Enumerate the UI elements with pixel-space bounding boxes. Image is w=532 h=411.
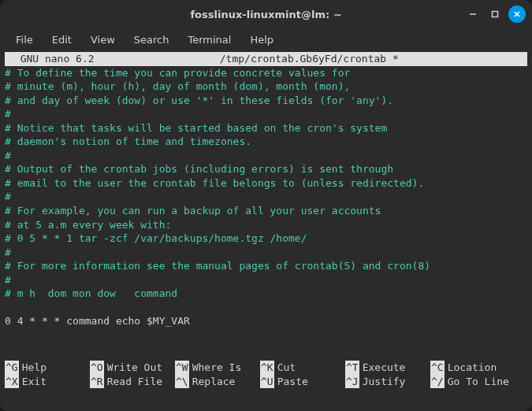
shortcut-whereis: ^WWhere Is — [175, 361, 260, 375]
menu-help[interactable]: Help — [240, 31, 283, 49]
key-label: ^\ — [175, 375, 189, 389]
nano-header: GNU nano 6.2 /tmp/crontab.Gb6yFd/crontab… — [5, 52, 527, 66]
key-desc: Location — [445, 361, 497, 375]
close-icon — [513, 10, 521, 18]
editor-line — [5, 301, 527, 315]
key-desc: Read File — [104, 375, 162, 389]
shortcut-justify: ^JJustify — [345, 375, 430, 389]
svg-rect-1 — [493, 12, 498, 17]
menu-terminal[interactable]: Terminal — [178, 31, 240, 49]
key-label: ^X — [5, 375, 19, 389]
terminal-area[interactable]: GNU nano 6.2 /tmp/crontab.Gb6yFd/crontab… — [0, 50, 532, 411]
key-label: ^U — [260, 375, 274, 389]
editor-line: 0 4 * * * command echo $MY_VAR — [5, 314, 527, 328]
editor-line: # For example, you can run a backup of a… — [5, 204, 527, 218]
nano-shortcuts: ^GHelp ^OWrite Out ^WWhere Is ^KCut ^TEx… — [5, 361, 527, 388]
menu-edit[interactable]: Edit — [43, 31, 81, 49]
menubar: File Edit View Search Terminal Help — [0, 28, 532, 50]
editor-line: # and day of week (dow) or use '*' in th… — [5, 94, 527, 108]
close-button[interactable] — [508, 6, 526, 23]
shortcuts-row-2: ^XExit ^RRead File ^\Replace ^UPaste ^JJ… — [5, 375, 527, 389]
menu-view[interactable]: View — [81, 31, 125, 49]
key-desc: Paste — [274, 375, 308, 389]
editor-line: # at 5 a.m every week with: — [5, 218, 527, 232]
terminal-window: fosslinux-linuxmint@lm: ~ File Edit View… — [0, 0, 532, 411]
maximize-button[interactable] — [486, 6, 504, 23]
editor-line: # email to the user the crontab file bel… — [5, 176, 527, 191]
shortcut-replace: ^\Replace — [175, 375, 260, 389]
titlebar: fosslinux-linuxmint@lm: ~ — [0, 0, 532, 28]
key-desc: Write Out — [104, 361, 162, 375]
editor-line — [5, 342, 527, 356]
key-desc: Replace — [189, 375, 236, 389]
key-label: ^C — [430, 361, 445, 375]
editor-line: # — [5, 107, 527, 121]
editor-line: # minute (m), hour (h), day of month (do… — [5, 80, 527, 94]
key-label: ^G — [5, 361, 19, 375]
shortcut-paste: ^UPaste — [260, 375, 345, 389]
key-desc: Help — [19, 361, 47, 375]
window-controls — [464, 6, 526, 23]
shortcut-cut: ^KCut — [260, 361, 345, 375]
key-desc: Where Is — [189, 361, 242, 375]
nano-filepath: /tmp/crontab.Gb6yFd/crontab * — [95, 52, 524, 66]
key-label: ^/ — [430, 375, 445, 389]
key-desc: Justify — [359, 375, 406, 389]
nano-version: GNU nano 6.2 — [8, 52, 95, 66]
editor-line: # — [5, 246, 527, 260]
key-desc: Go To Line — [445, 375, 509, 389]
shortcuts-row-1: ^GHelp ^OWrite Out ^WWhere Is ^KCut ^TEx… — [5, 361, 527, 375]
editor-line: # — [5, 149, 527, 163]
menu-file[interactable]: File — [6, 31, 43, 49]
maximize-icon — [491, 10, 499, 18]
editor-line — [5, 328, 527, 342]
editor-line: # — [5, 273, 527, 287]
shortcut-writeout: ^OWrite Out — [90, 361, 175, 375]
key-label: ^R — [90, 375, 104, 389]
shortcut-readfile: ^RRead File — [90, 375, 175, 389]
menu-search[interactable]: Search — [125, 31, 179, 49]
editor-line: # To define the time you can provide con… — [5, 66, 527, 80]
editor-line: # Notice that tasks will be started base… — [5, 121, 527, 135]
key-desc: Exit — [19, 375, 47, 389]
editor-line: # Output of the crontab jobs (including … — [5, 162, 527, 176]
shortcut-help: ^GHelp — [5, 361, 90, 375]
editor-line: # daemon's notion of time and timezones. — [5, 135, 527, 149]
key-label: ^O — [90, 361, 104, 375]
key-label: ^K — [260, 361, 274, 375]
editor-line: # — [5, 190, 527, 204]
shortcut-execute: ^TExecute — [345, 361, 430, 375]
editor-line: # For more information see the manual pa… — [5, 259, 527, 273]
editor-line: # 0 5 * * 1 tar -zcf /var/backups/home.t… — [5, 231, 527, 246]
key-desc: Execute — [359, 361, 406, 375]
minimize-icon — [469, 10, 477, 18]
key-label: ^J — [345, 375, 359, 389]
key-label: ^W — [175, 361, 189, 375]
shortcut-exit: ^XExit — [5, 375, 90, 389]
minimize-button[interactable] — [464, 6, 482, 23]
shortcut-gotoline: ^/Go To Line — [430, 375, 515, 389]
key-desc: Cut — [274, 361, 296, 375]
key-label: ^T — [345, 361, 359, 375]
shortcut-location: ^CLocation — [430, 361, 515, 375]
window-title: fosslinux-linuxmint@lm: ~ — [190, 9, 341, 20]
editor-line: # m h dom mon dow command — [5, 287, 527, 301]
